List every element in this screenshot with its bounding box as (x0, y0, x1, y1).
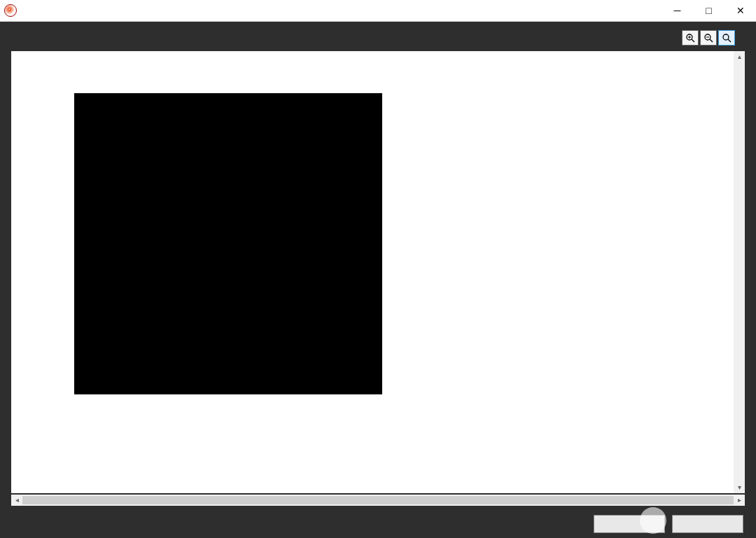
zoom-fit-button[interactable] (718, 30, 735, 46)
scroll-up-icon[interactable]: ▴ (734, 51, 745, 62)
reference-row (0, 26, 756, 51)
titlebar: ─ □ ✕ (0, 0, 756, 22)
scroll-left-icon[interactable]: ◂ (11, 495, 22, 506)
print-button[interactable] (594, 515, 665, 533)
svg-line-8 (728, 39, 731, 42)
minimize-button[interactable]: ─ (662, 0, 693, 21)
close-button[interactable] (672, 515, 743, 533)
svg-point-7 (723, 34, 729, 40)
app-icon (4, 4, 17, 17)
scroll-down-icon[interactable]: ▾ (734, 482, 745, 493)
vertical-scrollbar[interactable]: ▴ ▾ (734, 51, 745, 493)
zoom-in-button[interactable] (682, 30, 699, 46)
horizontal-scrollbar[interactable]: ◂ ▸ (11, 495, 745, 506)
zoom-controls (682, 30, 735, 46)
content-frame: ▴ ▾ (11, 51, 745, 493)
scroll-right-icon[interactable]: ▸ (734, 495, 745, 506)
close-window-button[interactable]: ✕ (724, 0, 756, 21)
maximize-button[interactable]: □ (693, 0, 724, 21)
svg-line-1 (692, 39, 694, 42)
footer (0, 510, 756, 538)
scroll-thumb[interactable] (22, 496, 734, 504)
zoom-out-button[interactable] (700, 30, 717, 46)
gamut-chart (74, 93, 382, 394)
svg-line-5 (710, 39, 713, 42)
